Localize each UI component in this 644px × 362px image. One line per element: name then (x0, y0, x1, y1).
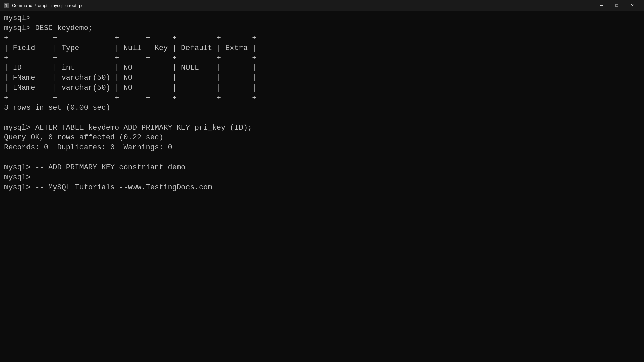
svg-text::  (5, 4, 7, 7)
cmd-icon:  (4, 3, 9, 8)
maximize-button[interactable]: □ (609, 0, 625, 11)
minimize-button[interactable]: ─ (594, 0, 609, 11)
terminal-body[interactable]: mysql> mysql> DESC keydemo; +----------+… (0, 11, 644, 362)
window-controls: ─ □ ✕ (594, 0, 640, 11)
title-bar-left:  Command Prompt - mysql -u root -p (4, 3, 82, 8)
terminal-output: mysql> mysql> DESC keydemo; +----------+… (4, 13, 640, 192)
title-bar:  Command Prompt - mysql -u root -p ─ □ … (0, 0, 644, 11)
close-button[interactable]: ✕ (625, 0, 640, 11)
cmd-window:  Command Prompt - mysql -u root -p ─ □ … (0, 0, 644, 362)
window-title: Command Prompt - mysql -u root -p (12, 3, 82, 8)
